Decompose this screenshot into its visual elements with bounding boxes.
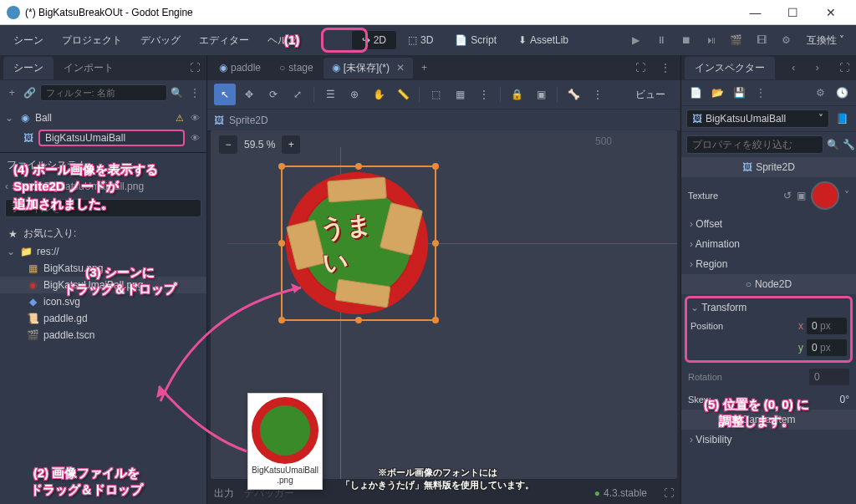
history-icon[interactable]: 🕓 <box>833 84 851 102</box>
tab-import[interactable]: インポート <box>54 57 124 79</box>
select-tool[interactable]: ↖ <box>214 84 236 105</box>
section-region[interactable]: Region <box>681 254 856 274</box>
section-offset[interactable]: Offset <box>681 214 856 234</box>
search-icon[interactable]: 🔍 <box>171 84 185 102</box>
skew-value[interactable]: 0° <box>840 394 849 405</box>
scale-tool[interactable]: ⤢ <box>287 84 308 105</box>
close-tab-icon[interactable]: ✕ <box>396 62 405 74</box>
renderer-select[interactable]: 互換性 ˅ <box>800 30 851 51</box>
tree-menu-icon[interactable]: ⋮ <box>187 84 201 102</box>
smart-snap-icon[interactable]: ⬚ <box>425 84 446 105</box>
history-back-icon[interactable]: ‹ <box>788 59 798 77</box>
bones-menu-icon[interactable]: ⋮ <box>587 84 609 105</box>
view-assetlib-button[interactable]: ⬇ AssetLib <box>508 31 578 49</box>
fwd-icon[interactable]: › <box>12 181 15 192</box>
tree-child[interactable]: 🖼 BigKatsuUmaiBall 👁 <box>0 127 206 149</box>
view-menu[interactable]: ビュー <box>627 84 674 105</box>
object-dropdown[interactable]: 🖼 BigKatsuUmaiBall ˅ <box>686 109 829 128</box>
fs-file-selected[interactable]: ◉ BigKatsuUmaiBall.png <box>0 277 206 293</box>
load-resource-icon[interactable]: 📂 <box>708 84 726 102</box>
breadcrumb-label[interactable]: Sprite2D <box>229 115 268 126</box>
class-sprite2d[interactable]: 🖼Sprite2D <box>681 157 856 177</box>
expand-bottom-icon[interactable]: ⛶ <box>664 487 674 499</box>
visibility-icon[interactable]: 👁 <box>188 131 201 145</box>
section-transform[interactable]: Transform <box>690 300 847 315</box>
scene-menu-icon[interactable]: ⋮ <box>654 59 677 77</box>
close-button[interactable]: ✕ <box>812 0 849 25</box>
pivot-tool[interactable]: ⊕ <box>344 84 365 105</box>
distraction-free-icon[interactable]: ⛶ <box>629 59 652 77</box>
version-label[interactable]: 4.3.stable <box>604 487 647 499</box>
play-scene-button[interactable]: 🎬 <box>725 28 748 52</box>
tab-inspector[interactable]: インスペクター <box>685 57 775 79</box>
rotation-input[interactable]: 0 <box>809 369 849 385</box>
ruler-tool[interactable]: 📏 <box>392 84 414 105</box>
scene-tab-stage[interactable]: ○stage <box>271 59 322 77</box>
menu-help[interactable]: ヘルプ <box>259 30 306 51</box>
tab-scene[interactable]: シーン <box>3 57 54 79</box>
view-3d-button[interactable]: ⬚ 3D <box>398 31 443 49</box>
stop-button[interactable]: ⏹ <box>675 28 698 52</box>
fs-file[interactable]: 📜 paddle.gd <box>0 310 206 327</box>
view-2d-button[interactable]: ↪ 2D <box>352 31 396 49</box>
selection-rect[interactable] <box>281 165 436 321</box>
fs-favorites[interactable]: ★ お気に入り: <box>0 224 206 243</box>
collapse-icon[interactable]: ⌄ <box>7 246 15 257</box>
zoom-in-button[interactable]: + <box>282 135 300 154</box>
run-remote-button[interactable]: ⏯ <box>700 28 723 52</box>
section-visibility[interactable]: Visibility <box>681 430 856 450</box>
dock-expand-icon[interactable]: ⛶ <box>186 59 203 77</box>
output-tab[interactable]: 出力 <box>214 486 234 501</box>
position-y-input[interactable]: 0 px <box>807 339 847 356</box>
group-icon[interactable]: ▣ <box>530 84 552 105</box>
menu-scene[interactable]: シーン <box>5 30 52 51</box>
prop-skew[interactable]: Skew 0° <box>681 389 856 410</box>
search-icon[interactable]: 🔍 <box>827 135 839 154</box>
doc-icon[interactable]: 📘 <box>833 109 851 128</box>
add-node-button[interactable]: + <box>5 84 19 102</box>
fs-file[interactable]: 🎬 paddle.tscn <box>0 327 206 344</box>
fs-file[interactable]: ▦ BigKatsu.png <box>0 260 206 277</box>
section-animation[interactable]: Animation <box>681 234 856 254</box>
scene-tab-unsaved[interactable]: ◉[未保存](*)✕ <box>324 58 413 79</box>
prop-rotation[interactable]: Rotation 0 <box>681 364 856 389</box>
revert-icon[interactable]: ↺ <box>783 190 792 201</box>
class-node2d[interactable]: ○Node2D <box>681 274 856 294</box>
list-select-tool[interactable]: ☰ <box>319 84 341 105</box>
history-fwd-icon[interactable]: › <box>813 59 823 77</box>
play-button[interactable]: ▶ <box>624 28 648 52</box>
save-resource-icon[interactable]: 💾 <box>730 84 748 102</box>
move-tool[interactable]: ✥ <box>238 84 260 105</box>
chevron-down-icon[interactable]: ˅ <box>844 190 849 201</box>
view-script-button[interactable]: 📄 Script <box>445 31 507 49</box>
filesystem-filter-input[interactable] <box>5 199 201 217</box>
new-resource-icon[interactable]: 📄 <box>686 84 705 102</box>
warning-icon[interactable]: ⚠ <box>173 111 186 125</box>
tools-icon[interactable]: 🔧 <box>843 135 855 154</box>
path-prefix[interactable]: res:// <box>18 181 41 192</box>
scene-filter-input[interactable] <box>40 84 167 101</box>
class-canvasitem[interactable]: CanvasItem <box>681 410 856 430</box>
menu-debug[interactable]: デバッグ <box>132 30 189 51</box>
zoom-out-button[interactable]: − <box>219 135 237 154</box>
bones-icon[interactable]: 🦴 <box>563 84 584 105</box>
fs-root[interactable]: ⌄ 📁 res:// <box>0 243 206 260</box>
menu-project[interactable]: プロジェクト <box>54 30 130 51</box>
path-selected[interactable]: BigKatsuUmaiBall.png <box>44 181 144 192</box>
maximize-button[interactable]: ☐ <box>774 0 812 25</box>
position-x-input[interactable]: 0 px <box>807 318 847 334</box>
rotate-tool[interactable]: ⟳ <box>262 84 284 105</box>
scene-tab-paddle[interactable]: ◉paddle <box>211 59 269 77</box>
menu-editor[interactable]: エディター <box>191 30 257 51</box>
video-driver-icon[interactable]: ⚙ <box>775 28 798 52</box>
back-icon[interactable]: ‹ <box>5 181 8 192</box>
extra-menu-icon[interactable]: ⋮ <box>752 84 770 102</box>
snap-options-icon[interactable]: ⋮ <box>473 84 495 105</box>
inspector-filter-input[interactable] <box>686 135 823 154</box>
minimize-button[interactable]: — <box>736 0 774 25</box>
collapse-icon[interactable]: ⌄ <box>5 112 15 124</box>
prop-texture[interactable]: Texture ↺ ▣ ˅ <box>681 177 856 214</box>
texture-preview[interactable] <box>811 181 839 210</box>
manage-icon[interactable]: ⚙ <box>811 84 829 102</box>
tree-root[interactable]: ⌄ ◉ Ball ⚠ 👁 <box>0 109 206 127</box>
